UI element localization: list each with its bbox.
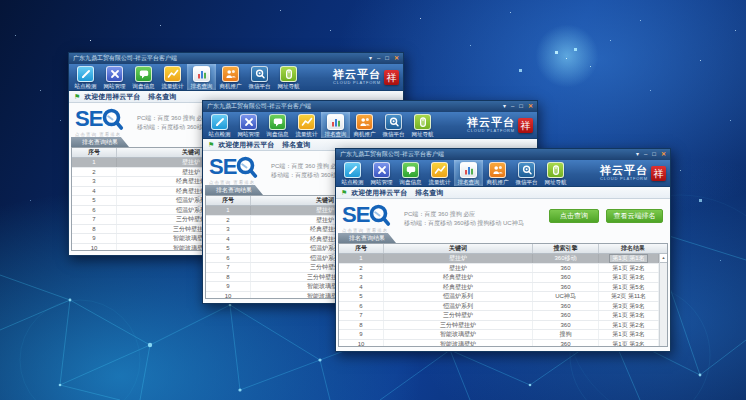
- result-tab[interactable]: 排名查询结果: [71, 137, 129, 147]
- table-row[interactable]: 9智能玻璃壁炉搜狗第1页 第3名: [339, 330, 659, 340]
- window-titlebar: 广东九鼎工贸有限公司-祥云平台客户端 ▾–□✕: [69, 53, 403, 64]
- toolbar-item-site-manage[interactable]: 网站管理: [367, 160, 396, 186]
- toolbar-item-traffic-stats[interactable]: 流量统计: [158, 64, 187, 90]
- minimize-button[interactable]: –: [644, 149, 647, 160]
- table-cell: 第1页 第5名: [599, 283, 659, 292]
- toolbar-item-site-check[interactable]: 站点检测: [71, 64, 100, 90]
- scrollbar-up-icon[interactable]: ▲: [660, 254, 667, 263]
- table-row[interactable]: 7三分钟壁炉360第1页 第3名: [339, 311, 659, 321]
- toolbar-item-label: 商机推广: [354, 130, 376, 138]
- toolbar-item-site-manage[interactable]: 网站管理: [100, 64, 129, 90]
- toolbar-item-inquiry[interactable]: 询盘信息: [396, 160, 425, 186]
- inquiry-icon: [269, 114, 286, 130]
- toolbar-item-traffic-stats[interactable]: 流量统计: [292, 112, 321, 138]
- table-row[interactable]: 5恒温炉系列UC神马第2页 第11名: [339, 292, 659, 302]
- table-cell: 7: [206, 263, 251, 272]
- seo-logo-letters: SE: [75, 107, 102, 131]
- welcome-text: 欢迎使用祥云平台: [84, 92, 140, 102]
- column-header[interactable]: 序号: [72, 148, 117, 157]
- table-cell: 1: [72, 158, 117, 167]
- table-row[interactable]: 6恒温炉系列360第3页 第9名: [339, 302, 659, 312]
- toolbar-item-promotion[interactable]: 商机推广: [216, 64, 245, 90]
- column-header[interactable]: 关键词: [384, 244, 533, 253]
- toolbar-item-site-manage[interactable]: 网站管理: [234, 112, 263, 138]
- table-row[interactable]: 2壁挂炉360第1页 第2名: [339, 264, 659, 274]
- table-row[interactable]: 1壁挂炉360移动第1页 第1名: [339, 254, 659, 264]
- toolbar-item-rank-query[interactable]: 排名查询: [454, 160, 483, 186]
- table-cell: 10: [206, 292, 251, 300]
- flag-icon: ⚑: [341, 187, 347, 199]
- column-header[interactable]: 搜索引擎: [533, 244, 599, 253]
- close-button[interactable]: ✕: [394, 53, 399, 64]
- table-cell: 恒温炉系列: [384, 292, 533, 301]
- toolbar-item-site-nav[interactable]: 网址导航: [274, 64, 303, 90]
- toolbar-item-label: 站点检测: [342, 178, 364, 186]
- skin-button[interactable]: ▾: [503, 101, 506, 112]
- toolbar-item-rank-query[interactable]: 排名查询: [187, 64, 216, 90]
- table-scrollbar[interactable]: ▲: [659, 254, 667, 346]
- skin-button[interactable]: ▾: [636, 149, 639, 160]
- toolbar-item-label: 排名查询: [458, 178, 480, 186]
- toolbar-item-traffic-stats[interactable]: 流量统计: [425, 160, 454, 186]
- table-cell: 8: [72, 225, 117, 234]
- toolbar-item-label: 询盘信息: [133, 82, 155, 90]
- table-row[interactable]: 10智能玻璃壁炉360第1页 第3名: [339, 340, 659, 348]
- table-cell: 8: [339, 321, 384, 330]
- toolbar-item-site-check[interactable]: 站点检测: [205, 112, 234, 138]
- toolbar-item-inquiry[interactable]: 询盘信息: [263, 112, 292, 138]
- cloud-rank-button[interactable]: 查看云端排名: [606, 209, 663, 223]
- table-cell: 第1页 第3名: [599, 311, 659, 320]
- table-cell: 1: [339, 254, 384, 263]
- toolbar-item-label: 流量统计: [162, 82, 184, 90]
- wechat-platform-icon: [385, 114, 402, 130]
- maximize-button[interactable]: □: [519, 101, 523, 112]
- table-body: 1壁挂炉360移动第1页 第1名2壁挂炉360第1页 第2名3经典壁挂炉360第…: [339, 254, 659, 346]
- brand-name: 祥云平台: [467, 117, 515, 128]
- toolbar-item-site-check[interactable]: 站点检测: [338, 160, 367, 186]
- toolbar-item-promotion[interactable]: 商机推广: [350, 112, 379, 138]
- window-controls: ▾–□✕: [364, 53, 399, 64]
- column-header[interactable]: 排名结果: [599, 244, 667, 253]
- table-row[interactable]: 8三分钟壁挂炉360第1页 第2名: [339, 321, 659, 331]
- toolbar-item-site-nav[interactable]: 网址导航: [408, 112, 437, 138]
- toolbar-item-site-nav[interactable]: 网址导航: [541, 160, 570, 186]
- seo-slogan: 点击查询 查看排名: [209, 180, 258, 185]
- table-row[interactable]: 3经典壁挂炉360第1页 第3名: [339, 273, 659, 283]
- toolbar-item-wechat-platform[interactable]: 微信平台: [512, 160, 541, 186]
- close-button[interactable]: ✕: [528, 101, 533, 112]
- pc-engines-line: PC端：百度 360 搜狗 必应: [404, 210, 524, 219]
- brand-logo: 祥云平台 CLOUD PLATFORM 祥: [600, 160, 670, 186]
- maximize-button[interactable]: □: [385, 53, 389, 64]
- brand-name: 祥云平台: [600, 165, 648, 176]
- site-nav-icon: [280, 66, 297, 82]
- toolbar-item-promotion[interactable]: 商机推广: [483, 160, 512, 186]
- result-tab[interactable]: 排名查询结果: [338, 233, 396, 243]
- toolbar-item-inquiry[interactable]: 询盘信息: [129, 64, 158, 90]
- toolbar-item-label: 站点检测: [209, 130, 231, 138]
- table-cell: 经典壁挂炉: [384, 273, 533, 282]
- site-nav-icon: [547, 162, 564, 178]
- result-tab[interactable]: 排名查询结果: [205, 185, 263, 195]
- table-cell: 经典壁挂炉: [384, 283, 533, 292]
- site-manage-icon: [106, 66, 123, 82]
- table-cell: 第1页 第3名: [599, 330, 659, 339]
- seo-logo: SE 点击查询 查看排名: [342, 203, 391, 233]
- column-header[interactable]: 序号: [339, 244, 384, 253]
- main-toolbar: 站点检测网站管理询盘信息流量统计排名查询商机推广微信平台网址导航 祥云平台 CL…: [203, 112, 537, 139]
- window-title: 广东九鼎工贸有限公司-祥云平台客户端: [207, 102, 498, 111]
- brand-subtitle: CLOUD PLATFORM: [467, 128, 515, 133]
- table-row[interactable]: 4经典壁挂炉360第1页 第5名: [339, 283, 659, 293]
- minimize-button[interactable]: –: [511, 101, 514, 112]
- column-header[interactable]: 序号: [206, 196, 251, 205]
- maximize-button[interactable]: □: [652, 149, 656, 160]
- toolbar-item-rank-query[interactable]: 排名查询: [321, 112, 350, 138]
- toolbar-item-wechat-platform[interactable]: 微信平台: [379, 112, 408, 138]
- close-button[interactable]: ✕: [661, 149, 666, 160]
- content-area: SE 点击查询 查看排名 PC端：百度 360 搜狗 必应 移动端：百度移动 3…: [336, 199, 670, 351]
- query-button[interactable]: 点击查询: [549, 209, 599, 223]
- minimize-button[interactable]: –: [377, 53, 380, 64]
- skin-button[interactable]: ▾: [369, 53, 372, 64]
- flag-icon: ⚑: [208, 139, 214, 151]
- wechat-platform-icon: [518, 162, 535, 178]
- toolbar-item-wechat-platform[interactable]: 微信平台: [245, 64, 274, 90]
